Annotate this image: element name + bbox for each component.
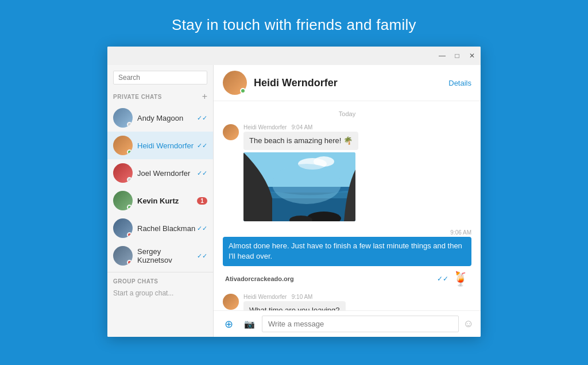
messages-area: Today Heidi Werndorfer 9:04 AM The beach… bbox=[214, 101, 481, 310]
msg-meta-1: Heidi Werndorfer 9:04 AM bbox=[243, 124, 358, 130]
chat-header: Heidi Werndorfer Details bbox=[214, 65, 481, 101]
camera-button[interactable]: 📷 bbox=[241, 316, 257, 332]
msg-content-2: Heidi Werndorfer 9:10 AM What time are y… bbox=[243, 294, 346, 310]
contact-name-andy: Andy Magoon bbox=[137, 114, 197, 122]
search-input[interactable] bbox=[113, 71, 207, 84]
sidebar-item-sergey-kuznetsov[interactable]: Sergey Kuznetsov ✓✓ bbox=[107, 242, 213, 270]
sidebar-item-joel-werndorfer[interactable]: Joel Werndorfer ✓✓ bbox=[107, 159, 213, 187]
badge-kevin: 1 bbox=[197, 197, 207, 205]
sidebar-item-andy-magoon[interactable]: Andy Magoon ✓✓ bbox=[107, 104, 213, 132]
msg-content-1: Heidi Werndorfer 9:04 AM The beach is am… bbox=[243, 124, 358, 221]
chat-header-avatar bbox=[223, 71, 247, 95]
maximize-button[interactable]: □ bbox=[453, 52, 461, 60]
contact-name-rachel: Rachel Blackman bbox=[137, 224, 197, 233]
contact-name-kevin: Kevin Kurtz bbox=[137, 197, 197, 205]
close-button[interactable]: ✕ bbox=[468, 52, 476, 60]
check-andy: ✓✓ bbox=[197, 114, 207, 122]
watermark-row: Ativadorcrackeado.org ✓✓ 🍹 bbox=[223, 270, 471, 288]
check-sergey: ✓✓ bbox=[197, 252, 207, 260]
chat-contact-name: Heidi Werndorfer bbox=[254, 77, 448, 89]
check-heidi: ✓✓ bbox=[197, 142, 207, 149]
title-bar: — □ ✕ bbox=[107, 47, 481, 65]
sidebar-item-kevin-kurtz[interactable]: Kevin Kurtz 1 bbox=[107, 187, 213, 214]
double-check-icon: ✓✓ bbox=[437, 275, 448, 283]
check-rachel: ✓✓ bbox=[197, 225, 207, 232]
message-input[interactable] bbox=[262, 316, 459, 332]
app-window: — □ ✕ PRIVATE CHATS + Andy Magoon ✓✓ bbox=[107, 47, 481, 337]
msg-meta-2: Heidi Werndorfer 9:10 AM bbox=[243, 294, 346, 300]
page-title: Stay in touch with friends and family bbox=[172, 16, 416, 34]
msg-avatar-heidi bbox=[223, 124, 239, 140]
add-button[interactable]: ⊕ bbox=[220, 316, 237, 332]
beach-image[interactable] bbox=[243, 152, 355, 221]
message-group-outgoing: 9:06 AM Almost done here. Just have to f… bbox=[223, 229, 471, 266]
input-bar: ⊕ 📷 ☺ bbox=[214, 310, 481, 337]
message-group-incoming-1: Heidi Werndorfer 9:04 AM The beach is am… bbox=[223, 124, 471, 221]
cocktail-icon: 🍹 bbox=[452, 271, 469, 287]
details-link[interactable]: Details bbox=[448, 79, 471, 87]
contact-name-joel: Joel Werndorfer bbox=[137, 169, 197, 178]
contact-name-heidi: Heidi Werndorfer bbox=[137, 141, 197, 150]
msg-meta-out: 9:06 AM bbox=[450, 229, 471, 236]
emoji-button[interactable]: ☺ bbox=[463, 318, 474, 330]
chat-main: Heidi Werndorfer Details Today Heidi Wer… bbox=[214, 65, 481, 337]
sidebar: PRIVATE CHATS + Andy Magoon ✓✓ Heidi Wer… bbox=[107, 65, 214, 337]
contact-name-sergey: Sergey Kuznetsov bbox=[137, 247, 197, 264]
private-chats-label: PRIVATE CHATS bbox=[113, 94, 162, 100]
minimize-button[interactable]: — bbox=[438, 52, 446, 60]
add-chat-button[interactable]: + bbox=[202, 91, 207, 102]
start-group-chat-link[interactable]: Start a group chat... bbox=[107, 287, 213, 299]
watermark-text: Ativadorcrackeado.org bbox=[225, 275, 294, 282]
msg-bubble-1: The beach is amazing here! 🌴 bbox=[243, 132, 358, 150]
date-divider: Today bbox=[223, 110, 471, 117]
msg-bubble-outgoing: Almost done here. Just have to finish a … bbox=[223, 237, 471, 266]
sidebar-item-rachel-blackman[interactable]: Rachel Blackman ✓✓ bbox=[107, 214, 213, 242]
msg-avatar-heidi-2 bbox=[223, 294, 239, 310]
sidebar-item-heidi-werndorfer[interactable]: Heidi Werndorfer ✓✓ bbox=[107, 132, 213, 159]
message-group-incoming-2: Heidi Werndorfer 9:10 AM What time are y… bbox=[223, 294, 471, 310]
svg-point-7 bbox=[272, 164, 341, 204]
msg-bubble-2: What time are you leaving? bbox=[243, 301, 346, 310]
group-chats-label: GROUP CHATS bbox=[113, 278, 158, 285]
check-joel: ✓✓ bbox=[197, 170, 207, 177]
